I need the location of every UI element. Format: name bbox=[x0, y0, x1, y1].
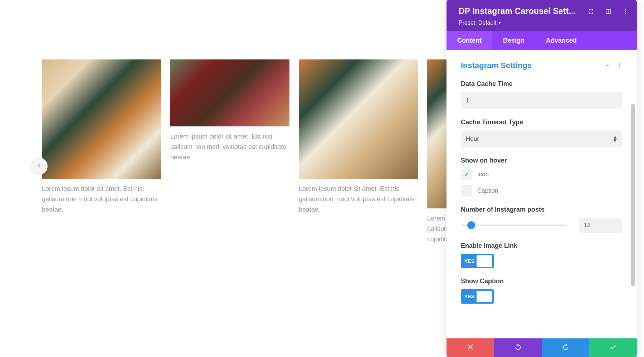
carousel-item[interactable]: Lorem ipsum dolor sit amet. Est nisi gal… bbox=[42, 59, 161, 244]
svg-point-0 bbox=[625, 9, 626, 10]
close-icon bbox=[467, 343, 474, 352]
redo-button[interactable] bbox=[542, 338, 589, 357]
field-label: Show on hover bbox=[461, 157, 623, 164]
field-label: Data Cache Time bbox=[461, 80, 623, 88]
tab-advanced[interactable]: Advanced bbox=[535, 31, 587, 50]
carousel-item[interactable]: Lorem ipsum dolor sit amet. Est nisi gal… bbox=[299, 59, 418, 244]
num-posts-slider[interactable] bbox=[461, 225, 566, 226]
panel-footer bbox=[447, 338, 637, 357]
preset-selector[interactable]: Preset: Default ▼ bbox=[459, 20, 629, 26]
data-cache-time-input[interactable] bbox=[461, 92, 623, 109]
check-icon bbox=[609, 343, 617, 352]
num-posts-value[interactable]: 12 bbox=[579, 218, 623, 233]
carousel-image[interactable] bbox=[42, 59, 161, 179]
undo-icon bbox=[514, 343, 522, 352]
show-caption-toggle[interactable]: YES bbox=[461, 289, 494, 304]
carousel-image[interactable] bbox=[299, 59, 418, 179]
preset-value: Default bbox=[478, 20, 497, 26]
checkbox-label: Icon bbox=[477, 171, 489, 178]
field-cache-timeout-type: Cache Timeout Type ▲▼ bbox=[461, 119, 623, 148]
checkbox-label: Caption bbox=[477, 187, 498, 194]
more-vertical-icon[interactable] bbox=[617, 63, 623, 68]
panel-header-icons bbox=[587, 8, 629, 15]
undo-button[interactable] bbox=[494, 338, 542, 357]
caption-checkbox[interactable] bbox=[461, 185, 472, 197]
svg-point-5 bbox=[619, 67, 620, 68]
carousel-items: Lorem ipsum dolor sit amet. Est nisi gal… bbox=[42, 59, 447, 244]
panel-body: Instagram Settings Data Cache Time Cache… bbox=[447, 50, 637, 338]
field-num-posts: Number of instagram posts 12 bbox=[461, 206, 623, 233]
more-vertical-icon[interactable] bbox=[622, 8, 629, 15]
toggle-knob bbox=[477, 291, 492, 302]
redo-icon bbox=[562, 343, 570, 352]
section-header-icons bbox=[604, 62, 623, 69]
chevron-left-icon bbox=[36, 163, 42, 169]
panel-header: DP Instagram Carousel Sett... Preset: De… bbox=[447, 0, 637, 31]
layout-icon[interactable] bbox=[605, 8, 612, 15]
toggle-label: YES bbox=[464, 294, 474, 299]
tab-content[interactable]: Content bbox=[447, 31, 492, 50]
cancel-button[interactable] bbox=[447, 338, 494, 357]
field-show-caption: Show Caption YES bbox=[461, 278, 623, 304]
panel-title-row: DP Instagram Carousel Sett... bbox=[459, 6, 629, 16]
field-label: Number of instagram posts bbox=[461, 206, 623, 213]
checkbox-row-caption: Caption bbox=[461, 185, 623, 197]
carousel-prev-button[interactable] bbox=[30, 158, 48, 175]
scrollbar[interactable] bbox=[631, 104, 635, 286]
save-button[interactable] bbox=[589, 338, 637, 357]
expand-icon[interactable] bbox=[587, 8, 595, 15]
svg-point-2 bbox=[625, 13, 626, 14]
checkbox-row-icon: Icon bbox=[461, 169, 623, 180]
preset-label: Preset: bbox=[459, 20, 477, 26]
tab-design[interactable]: Design bbox=[492, 31, 535, 50]
carousel-preview: Lorem ipsum dolor sit amet. Est nisi gal… bbox=[0, 0, 447, 357]
field-label: Cache Timeout Type bbox=[461, 119, 623, 126]
settings-panel: DP Instagram Carousel Sett... Preset: De… bbox=[447, 0, 637, 357]
svg-point-3 bbox=[619, 63, 620, 64]
panel-title: DP Instagram Carousel Sett... bbox=[459, 6, 576, 16]
carousel-item[interactable]: Lorem ipsum dolor sit amet. Est nisi gal… bbox=[170, 59, 289, 244]
carousel-image[interactable] bbox=[170, 59, 289, 126]
toggle-knob bbox=[477, 255, 492, 267]
slider-thumb[interactable] bbox=[467, 221, 475, 229]
field-label: Show Caption bbox=[461, 278, 623, 285]
carousel-caption: Lorem ipsum dolor sit amet. Est nisi gal… bbox=[299, 184, 418, 214]
chevron-up-icon[interactable] bbox=[604, 62, 610, 69]
cache-timeout-type-select[interactable] bbox=[461, 130, 623, 148]
carousel-caption: Lorem ipsum dolor sit amet. Est nisi gal… bbox=[170, 131, 289, 162]
section-header[interactable]: Instagram Settings bbox=[461, 61, 623, 70]
field-data-cache-time: Data Cache Time bbox=[461, 80, 623, 109]
toggle-label: YES bbox=[464, 258, 474, 264]
caret-down-icon: ▼ bbox=[498, 21, 501, 25]
svg-point-4 bbox=[619, 65, 620, 66]
panel-tabs: Content Design Advanced bbox=[447, 31, 637, 50]
section-title: Instagram Settings bbox=[461, 61, 532, 70]
field-enable-image-link: Enable Image Link YES bbox=[461, 242, 623, 268]
field-show-on-hover: Show on hover Icon Caption bbox=[461, 157, 623, 197]
field-label: Enable Image Link bbox=[461, 242, 623, 250]
slider-row: 12 bbox=[461, 218, 623, 233]
icon-checkbox[interactable] bbox=[461, 169, 472, 180]
carousel-caption: Lorem ipsum dolor sit amet. Est nisi gal… bbox=[42, 184, 161, 214]
svg-point-1 bbox=[625, 11, 626, 12]
enable-image-link-toggle[interactable]: YES bbox=[461, 254, 494, 268]
